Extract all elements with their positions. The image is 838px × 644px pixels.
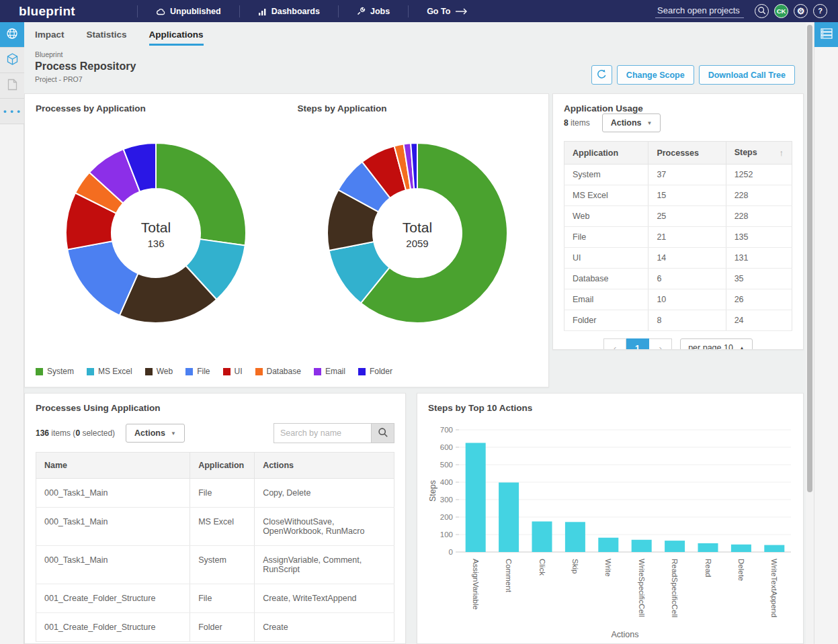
breadcrumb[interactable]: Blueprint: [35, 50, 806, 58]
tab-statistics[interactable]: Statistics: [87, 30, 127, 46]
panel-list-button[interactable]: [814, 22, 838, 47]
search-button[interactable]: [755, 4, 769, 18]
table-row[interactable]: 001_Create_Folder_StructureFileCreate, W…: [36, 584, 394, 613]
table-row[interactable]: Email1026: [564, 289, 792, 310]
ellipsis-icon: • • •: [3, 106, 21, 116]
sidebar-item-globe[interactable]: [0, 22, 24, 48]
column-header-application[interactable]: Application: [190, 453, 255, 479]
nav-item-dashboards[interactable]: Dashboards: [240, 0, 338, 22]
bar-writespecificcell[interactable]: [632, 540, 652, 552]
bar-read[interactable]: [698, 543, 718, 552]
actions-label: Actions: [611, 118, 642, 128]
table-row[interactable]: System371252: [564, 165, 792, 185]
table-row[interactable]: File21135: [564, 227, 792, 248]
table-cell: System: [190, 546, 255, 584]
donut-total-value: 136: [147, 238, 164, 249]
avatar[interactable]: CK: [774, 4, 788, 18]
prev-page-button[interactable]: ‹: [603, 338, 626, 350]
table-cell: 000_Task1_Main: [36, 546, 190, 584]
nav-item-jobs[interactable]: Jobs: [339, 0, 408, 22]
tab-impact[interactable]: Impact: [35, 30, 65, 46]
navbar-right-group: CK ⚙ ?: [655, 4, 827, 18]
settings-button[interactable]: ⚙: [794, 4, 808, 18]
document-icon: [7, 79, 17, 93]
table-row[interactable]: Database635: [564, 269, 792, 289]
legend-item-web[interactable]: Web: [145, 367, 173, 376]
refresh-button[interactable]: [591, 65, 612, 85]
actions-dropdown[interactable]: Actions ▼: [126, 424, 185, 443]
donut-center-label: Total: [403, 220, 432, 235]
wrench-icon: [357, 7, 366, 15]
bar-comment[interactable]: [499, 483, 519, 553]
bar-click[interactable]: [532, 522, 552, 553]
column-header-processes[interactable]: Processes: [648, 142, 726, 165]
legend-item-folder[interactable]: Folder: [358, 367, 392, 376]
table-cell: 24: [726, 310, 792, 331]
per-page-dropdown[interactable]: per page 10 ▲: [680, 338, 753, 350]
y-tick-label: 200: [440, 513, 453, 521]
legend-item-email[interactable]: Email: [314, 367, 345, 376]
table-cell: AssignVariable, Comment, RunScript: [255, 546, 394, 584]
table-row[interactable]: UI14131: [564, 248, 792, 269]
table-row[interactable]: 000_Task1_MainSystemAssignVariable, Comm…: [36, 546, 394, 584]
sidebar-item-more[interactable]: • • •: [0, 99, 24, 124]
nav-item-go-to[interactable]: Go To: [409, 0, 487, 22]
search-submit-button[interactable]: [372, 423, 394, 443]
pagination-row: ‹ 1 › per page 10 ▲: [564, 338, 792, 350]
nav-item-label: Unpublished: [170, 7, 221, 16]
column-header-name[interactable]: Name: [36, 453, 190, 479]
column-header-label: Processes: [657, 148, 699, 158]
actions-dropdown[interactable]: Actions ▼: [602, 113, 661, 132]
x-tick-label: Read: [704, 559, 712, 578]
blueprint-logo[interactable]: blueprint: [19, 4, 75, 19]
legend-label: Email: [325, 367, 345, 376]
table-row[interactable]: Folder824: [564, 310, 792, 331]
legend-item-ui[interactable]: UI: [223, 367, 243, 376]
bar-assignvariable[interactable]: [466, 443, 486, 553]
legend-item-database[interactable]: Database: [255, 367, 301, 376]
legend-swatch: [145, 368, 153, 375]
search-by-name-input[interactable]: [274, 423, 372, 443]
sidebar-item-cube[interactable]: [0, 48, 24, 73]
panel-applications-donuts: Processes by Application Total136 Steps …: [24, 93, 549, 387]
bar-writetextappend[interactable]: [764, 545, 784, 552]
table-row[interactable]: MS Excel15228: [564, 185, 792, 206]
legend-item-system[interactable]: System: [36, 367, 74, 376]
page-1-button[interactable]: 1: [626, 338, 649, 350]
scrollbar-thumb[interactable]: [807, 25, 812, 492]
legend-swatch: [223, 368, 231, 375]
panel-title: Processes Using Application: [36, 403, 394, 413]
table-row[interactable]: 000_Task1_MainFileCopy, Delete: [36, 479, 394, 508]
nav-item-unpublished[interactable]: Unpublished: [138, 0, 239, 22]
legend-item-ms-excel[interactable]: MS Excel: [87, 367, 132, 376]
legend-label: MS Excel: [98, 367, 132, 376]
legend-item-file[interactable]: File: [185, 367, 210, 376]
steps-donut-chart: Total2059: [325, 140, 510, 326]
table-cell: Create, WriteTextAppend: [255, 584, 394, 613]
bar-skip[interactable]: [565, 522, 585, 552]
column-header-label: Steps: [735, 148, 757, 157]
column-header-actions[interactable]: Actions: [255, 453, 394, 479]
help-button[interactable]: ?: [813, 4, 827, 18]
table-cell: Web: [564, 206, 648, 227]
change-scope-button[interactable]: Change Scope: [617, 65, 694, 85]
column-header-application[interactable]: Application: [564, 142, 648, 165]
table-row[interactable]: 000_Task1_MainMS ExcelCloseWithoutSave, …: [36, 508, 394, 546]
bar-delete[interactable]: [731, 545, 751, 552]
bar-write[interactable]: [598, 538, 618, 552]
table-row[interactable]: Web25228: [564, 206, 792, 227]
search-input[interactable]: [655, 4, 744, 18]
x-tick-label: Comment: [505, 559, 513, 593]
table-row[interactable]: 001_Create_Folder_StructureFolderCreate: [36, 613, 394, 642]
y-tick-label: 700: [440, 426, 453, 434]
table-cell: File: [190, 479, 255, 508]
table-cell: 21: [648, 227, 726, 248]
column-header-steps[interactable]: Steps↑: [726, 142, 792, 165]
next-page-button[interactable]: ›: [649, 338, 672, 350]
bar-readspecificcell[interactable]: [665, 541, 685, 552]
tab-applications[interactable]: Applications: [149, 30, 204, 46]
sort-ascending-icon[interactable]: ↑: [780, 148, 784, 158]
sidebar-item-document[interactable]: [0, 73, 24, 99]
download-call-tree-button[interactable]: Download Call Tree: [699, 65, 795, 85]
x-tick-label: Write: [604, 559, 612, 577]
